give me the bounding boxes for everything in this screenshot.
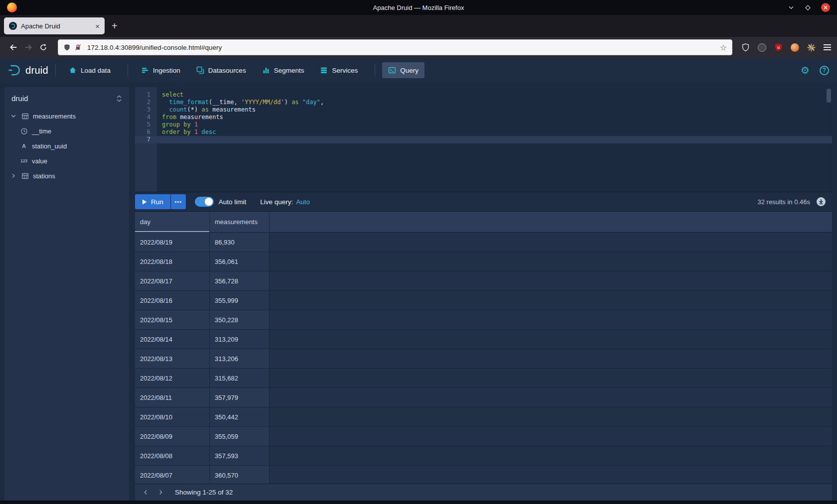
- table-cell[interactable]: 86,930: [210, 233, 270, 252]
- live-query-value[interactable]: Auto: [296, 198, 310, 206]
- table-cell[interactable]: 350,442: [210, 407, 270, 427]
- nav-item-label: Datasources: [208, 67, 246, 74]
- table-cell[interactable]: 2022/08/18: [135, 252, 210, 271]
- schema-item-label: measurements: [33, 113, 76, 120]
- druid-logo[interactable]: druid: [8, 64, 48, 77]
- gutter-line-number: 2: [135, 99, 157, 106]
- schema-title: druid: [11, 94, 28, 103]
- table-cell[interactable]: 357,593: [210, 446, 270, 466]
- nav-item-datasources[interactable]: Datasources: [190, 62, 252, 78]
- table-cell[interactable]: 2022/08/09: [135, 427, 210, 446]
- table-row-filler: [270, 252, 832, 271]
- table-cell[interactable]: 2022/08/14: [135, 330, 210, 349]
- run-button[interactable]: Run: [135, 194, 170, 209]
- table-cell[interactable]: 315,682: [210, 369, 270, 388]
- table-cell[interactable]: 2022/08/19: [135, 233, 210, 252]
- chevron-right-icon[interactable]: [10, 173, 17, 179]
- extension-avatar-icon[interactable]: [791, 43, 799, 52]
- table-cell[interactable]: 2022/08/16: [135, 291, 210, 310]
- table-cell[interactable]: 2022/08/15: [135, 310, 210, 330]
- nav-item-services[interactable]: Services: [314, 62, 364, 78]
- download-results-icon[interactable]: [816, 197, 826, 207]
- table-cell[interactable]: 2022/08/17: [135, 271, 210, 291]
- schema-item-value[interactable]: 123value: [4, 153, 129, 168]
- schema-item-stations[interactable]: stations: [4, 168, 129, 183]
- ublock-icon[interactable]: u: [774, 43, 783, 52]
- settings-gear-icon[interactable]: ⚙: [801, 65, 810, 75]
- url-text[interactable]: 172.18.0.4:30899/unified-console.html#qu…: [87, 44, 716, 51]
- extension-colorstar-icon[interactable]: [807, 43, 816, 52]
- shield-icon[interactable]: [63, 43, 71, 51]
- url-bar[interactable]: 172.18.0.4:30899/unified-console.html#qu…: [58, 39, 732, 55]
- table-cell[interactable]: 313,206: [210, 349, 270, 369]
- table-row-filler: [270, 369, 832, 388]
- query-editor[interactable]: 1234567 select time_format(__time, 'YYYY…: [135, 87, 832, 192]
- schema-item-measurements[interactable]: measurements: [4, 109, 129, 124]
- browser-window: Apache Druid — Mozilla Firefox Apache Dr…: [0, 0, 837, 504]
- code-token: measurements: [209, 106, 256, 113]
- menu-button[interactable]: [824, 44, 831, 50]
- druid-logo-icon: [8, 64, 21, 77]
- table-row: 2022/08/09355,059: [135, 427, 832, 446]
- sort-columns-icon[interactable]: [116, 95, 122, 102]
- extension-badge-icon[interactable]: [758, 43, 766, 52]
- table-row: 2022/08/12315,682: [135, 369, 832, 388]
- table-cell[interactable]: 357,979: [210, 388, 270, 407]
- window-close-button[interactable]: [821, 3, 830, 12]
- table-cell[interactable]: 2022/08/08: [135, 446, 210, 466]
- next-page-button[interactable]: [153, 489, 168, 496]
- editor-scrollbar[interactable]: [827, 89, 831, 103]
- table-cell[interactable]: 2022/08/13: [135, 349, 210, 369]
- window-maximize-button[interactable]: [805, 4, 811, 11]
- table-cell[interactable]: 2022/08/11: [135, 388, 210, 407]
- table-cell[interactable]: 2022/08/10: [135, 407, 210, 427]
- new-tab-button[interactable]: +: [112, 20, 118, 32]
- table-cell[interactable]: 313,209: [210, 330, 270, 349]
- nav-item-segments[interactable]: Segments: [256, 62, 310, 78]
- pagination-bar: Showing 1-25 of 32: [135, 484, 832, 501]
- back-button[interactable]: [6, 40, 21, 55]
- tab-apache-druid[interactable]: Apache Druid ×: [4, 17, 105, 34]
- auto-limit-toggle[interactable]: [195, 197, 214, 207]
- chevron-down-icon[interactable]: [10, 113, 17, 119]
- table-cell[interactable]: 356,061: [210, 252, 270, 271]
- bookmark-star-icon[interactable]: ☆: [720, 43, 727, 52]
- table-row: 2022/08/14313,209: [135, 330, 832, 349]
- schema-item-station_uuid[interactable]: Astation_uuid: [4, 138, 129, 153]
- table-cell[interactable]: 350,228: [210, 310, 270, 330]
- forward-button[interactable]: [21, 40, 36, 55]
- nav-item-query[interactable]: Query: [382, 62, 424, 78]
- code-token: as: [201, 106, 208, 113]
- prev-page-button[interactable]: [138, 489, 153, 496]
- code-token: (*): [187, 106, 202, 113]
- schema-item-__time[interactable]: __time: [4, 124, 129, 138]
- column-header-measurements[interactable]: measurements: [210, 212, 270, 232]
- table-cell[interactable]: 355,059: [210, 427, 270, 446]
- code-token: [198, 128, 201, 135]
- table-cell[interactable]: 355,999: [210, 291, 270, 310]
- svg-text:u: u: [777, 45, 780, 50]
- toggle-knob: [205, 198, 213, 206]
- code-line: time_format(__time, 'YYYY/MM/dd') as "da…: [157, 99, 832, 106]
- run-more-button[interactable]: •••: [171, 194, 186, 209]
- column-header-day[interactable]: day: [135, 212, 210, 232]
- table-row-filler: [270, 291, 832, 310]
- window-title: Apache Druid — Mozilla Firefox: [0, 4, 837, 11]
- table-cell[interactable]: 356,728: [210, 271, 270, 291]
- reload-button[interactable]: [36, 40, 51, 55]
- table-cell[interactable]: 2022/08/07: [135, 466, 210, 484]
- table-cell[interactable]: 2022/08/12: [135, 369, 210, 388]
- nav-item-ingestion[interactable]: Ingestion: [135, 62, 186, 78]
- pocket-shield-icon[interactable]: [741, 43, 750, 52]
- window-shade-button[interactable]: [788, 4, 795, 11]
- table-row-filler: [270, 271, 832, 291]
- window-bottom-edge: [0, 501, 837, 504]
- gutter-line-number: 4: [135, 114, 157, 121]
- code-token: 1: [194, 121, 198, 128]
- editor-gutter: 1234567: [135, 87, 157, 192]
- table-cell[interactable]: 360,570: [210, 466, 270, 484]
- nav-item-load-data[interactable]: Load data: [63, 62, 117, 78]
- help-icon[interactable]: ?: [820, 66, 829, 75]
- insecure-lock-icon[interactable]: [74, 43, 82, 51]
- tab-close-icon[interactable]: ×: [95, 22, 100, 30]
